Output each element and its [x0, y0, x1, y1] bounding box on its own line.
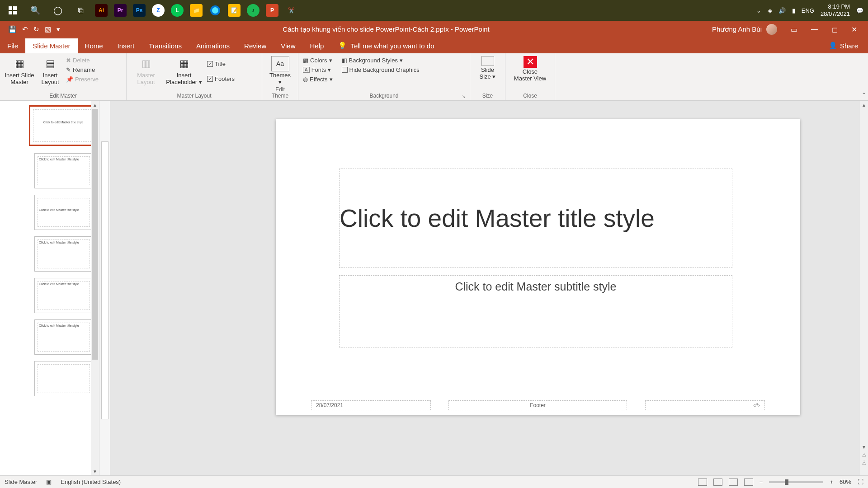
effects-button[interactable]: ◍Effects ▾: [303, 75, 333, 84]
undo-icon[interactable]: ↶: [22, 25, 28, 33]
slide-master-thumbnail[interactable]: Click to edit Master title style: [29, 105, 91, 146]
colors-button[interactable]: ▩Colors ▾: [303, 56, 333, 65]
tab-insert[interactable]: Insert: [110, 38, 142, 53]
layout-thumbnail[interactable]: [34, 361, 91, 396]
slideshow-button[interactable]: [744, 479, 753, 486]
clock[interactable]: 8:19 PM 28/07/2021: [821, 3, 850, 17]
app-photoshop[interactable]: Ps: [133, 4, 146, 17]
tab-help[interactable]: Help: [303, 38, 331, 53]
slide-canvas[interactable]: Click to edit Master title style Click t…: [99, 101, 868, 475]
insert-placeholder-button[interactable]: ▦Insert Placeholder ▾: [165, 56, 203, 86]
thumbnails-pane: Click to edit Master title style Click t…: [0, 101, 99, 475]
task-view-icon[interactable]: ⧉: [72, 2, 89, 19]
tab-slide-master[interactable]: Slide Master: [25, 38, 77, 53]
title-placeholder[interactable]: Click to edit Master title style: [339, 169, 732, 268]
app-powerpoint[interactable]: P: [266, 4, 278, 17]
fonts-button[interactable]: AFonts ▾: [303, 66, 333, 74]
insert-slide-master-button[interactable]: ▦Insert Slide Master: [5, 56, 34, 86]
spellcheck-icon[interactable]: ▣: [46, 479, 52, 485]
qat-more-icon[interactable]: ▾: [57, 25, 60, 33]
fit-to-window-button[interactable]: ⛶: [858, 479, 863, 485]
delete-button[interactable]: ✖Delete: [66, 56, 99, 65]
layout-thumbnail[interactable]: Click to edit Master title style: [34, 319, 91, 355]
share-button[interactable]: 👤Share: [819, 38, 868, 53]
zoom-slider[interactable]: [769, 481, 823, 483]
app-edge[interactable]: [209, 4, 222, 17]
app-premiere[interactable]: Pr: [114, 4, 127, 17]
date-placeholder[interactable]: 28/07/2021: [311, 400, 431, 410]
tab-view[interactable]: View: [274, 38, 302, 53]
rename-button[interactable]: ✎Rename: [66, 66, 99, 74]
tray-chevron-icon[interactable]: ⌄: [756, 7, 761, 14]
close-master-view-button[interactable]: ✕Close Master View: [510, 56, 550, 82]
scrollbar-thumb[interactable]: [92, 109, 98, 360]
next-slide-icon[interactable]: ⧊: [860, 459, 868, 467]
canvas-scrollbar[interactable]: ▲ ▼ ⧋ ⧊: [860, 101, 868, 475]
tab-review[interactable]: Review: [237, 38, 274, 53]
preserve-button[interactable]: 📌Preserve: [66, 75, 99, 84]
app-snip[interactable]: ✂️: [285, 4, 297, 17]
slide[interactable]: Click to edit Master title style Click t…: [276, 119, 800, 415]
tell-me-search[interactable]: 💡Tell me what you want to do: [331, 38, 441, 53]
save-icon[interactable]: 💾: [8, 25, 17, 33]
app-zalo[interactable]: Z: [152, 4, 165, 17]
collapse-ribbon-icon[interactable]: ⌃: [862, 92, 866, 98]
start-from-beginning-icon[interactable]: ▧: [45, 25, 51, 33]
maximize-icon[interactable]: ◻: [832, 25, 838, 34]
tab-home[interactable]: Home: [78, 38, 110, 53]
dialog-launcher-icon[interactable]: ↘: [462, 94, 465, 99]
title-checkbox[interactable]: ✓Title: [207, 60, 235, 68]
layout-thumbnail[interactable]: Click to edit Master title style: [34, 278, 91, 313]
notifications-icon[interactable]: 💬: [856, 7, 863, 14]
tab-animations[interactable]: Animations: [189, 38, 237, 53]
prev-slide-icon[interactable]: ⧋: [860, 451, 868, 459]
zoom-out-button[interactable]: −: [760, 479, 763, 485]
footers-checkbox[interactable]: ✓Footers: [207, 75, 235, 83]
scroll-down-icon[interactable]: ▼: [91, 467, 99, 475]
app-explorer[interactable]: 📁: [190, 4, 203, 17]
tab-transitions[interactable]: Transitions: [142, 38, 189, 53]
themes-button[interactable]: AaThemes▾: [267, 56, 293, 86]
layout-thumbnail[interactable]: Click to edit Master title style: [34, 195, 91, 230]
app-line[interactable]: L: [171, 4, 184, 17]
scroll-down-icon[interactable]: ▼: [860, 443, 868, 451]
app-stickynotes[interactable]: 📝: [228, 4, 241, 17]
redo-icon[interactable]: ↻: [33, 25, 39, 33]
ribbon-display-icon[interactable]: ▭: [791, 25, 797, 34]
app-spotify[interactable]: ♪: [247, 4, 259, 17]
thumbnails-scrollbar[interactable]: ▲ ▼: [91, 101, 99, 475]
thumbnail-text: Click to edit Master title style: [38, 323, 90, 328]
reading-view-button[interactable]: [729, 479, 738, 486]
zoom-slider-knob[interactable]: [785, 479, 788, 485]
language-indicator[interactable]: ENG: [802, 7, 814, 14]
user-name[interactable]: Phương Anh Bùi: [712, 25, 762, 33]
status-language[interactable]: English (United States): [61, 479, 121, 485]
zoom-level[interactable]: 60%: [840, 479, 851, 485]
layout-thumbnail[interactable]: Click to edit Master title style: [34, 153, 91, 188]
zoom-in-button[interactable]: +: [830, 479, 833, 485]
cortana-icon[interactable]: ◯: [50, 2, 66, 19]
insert-layout-button[interactable]: ▤Insert Layout: [38, 56, 62, 86]
app-illustrator[interactable]: Ai: [95, 4, 108, 17]
close-icon[interactable]: ✕: [851, 25, 857, 34]
start-icon[interactable]: [5, 2, 21, 19]
background-styles-button[interactable]: ◧Background Styles ▾: [342, 56, 420, 65]
footer-placeholder[interactable]: Footer: [448, 400, 627, 410]
slide-sorter-button[interactable]: [713, 479, 722, 486]
scroll-up-icon[interactable]: ▲: [860, 101, 868, 109]
scroll-up-icon[interactable]: ▲: [91, 101, 99, 109]
wifi-icon[interactable]: ◈: [768, 7, 772, 14]
normal-view-button[interactable]: [698, 479, 707, 486]
slide-number-placeholder[interactable]: ‹#›: [645, 400, 765, 410]
subtitle-placeholder[interactable]: Click to edit Master subtitle style: [339, 275, 732, 347]
avatar[interactable]: [766, 24, 777, 35]
hide-background-checkbox[interactable]: Hide Background Graphics: [342, 66, 420, 74]
group-background-text: Background: [369, 93, 398, 99]
battery-icon[interactable]: ▮: [792, 7, 795, 14]
slide-size-button[interactable]: Slide Size ▾: [475, 56, 500, 80]
volume-icon[interactable]: 🔊: [778, 7, 786, 14]
layout-thumbnail[interactable]: Click to edit Master title style: [34, 236, 91, 272]
tab-file[interactable]: File: [0, 38, 25, 53]
search-icon[interactable]: 🔍: [27, 2, 43, 19]
minimize-icon[interactable]: ―: [811, 25, 818, 33]
